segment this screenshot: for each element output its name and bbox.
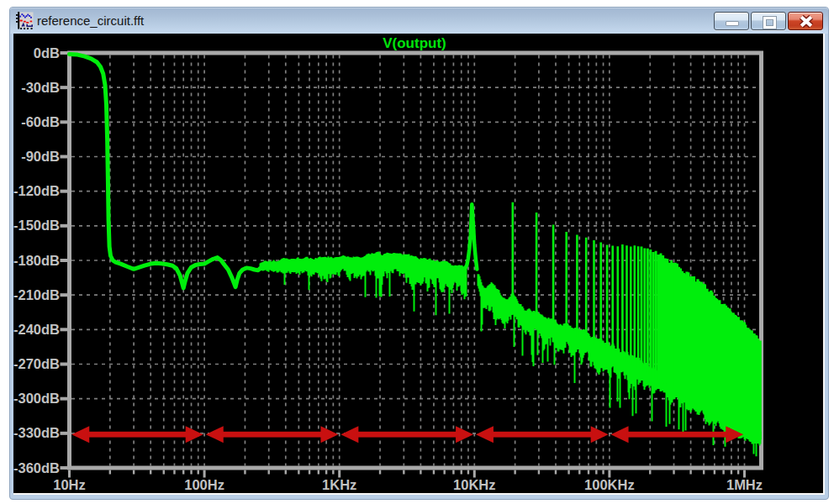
y-axis-label: -60dB [21,114,60,129]
title-bar[interactable]: reference_circuit.fft [10,8,828,34]
fft-plot[interactable]: 0dB-30dB-60dB-90dB-120dB-150dB-180dB-210… [13,34,823,493]
desktop: { "window": { "title": "reference_circui… [0,0,834,504]
y-axis-label: -90dB [21,149,60,164]
y-axis-label: -210dB [13,287,60,302]
maximize-button[interactable] [751,12,786,30]
arrow-shaft [87,432,187,438]
minimize-button[interactable] [714,12,749,30]
x-axis-label: 1KHz [322,477,356,492]
arrowhead-left-icon [206,426,224,443]
x-axis-label: 100Hz [184,477,224,492]
y-axis-label: -120dB [13,183,60,198]
y-axis-label: -240dB [13,322,60,337]
arrowhead-right-icon [320,426,338,443]
arrow-shaft [627,432,728,438]
y-axis-label: -150dB [13,218,60,233]
y-axis-label: -30dB [21,80,60,95]
y-axis-label: -180dB [13,253,60,268]
close-icon [799,15,814,28]
y-axis-label: 0dB [34,45,60,60]
arrowhead-left-icon [340,426,358,443]
y-axis-label: -330dB [13,425,60,440]
arrowhead-left-icon [71,426,89,443]
arrowhead-right-icon [456,426,473,443]
arrow-shaft [492,432,593,438]
arrowhead-left-icon [611,426,629,443]
decade-span-arrows [71,426,743,443]
window-title: reference_circuit.fft [37,13,144,28]
arrowhead-right-icon [591,426,609,443]
x-axis-label: 100KHz [584,477,635,492]
plot-client-area[interactable]: 0dB-30dB-60dB-90dB-120dB-150dB-180dB-210… [13,34,823,493]
y-axis-label: -300dB [13,391,60,406]
plot-title-trace-name[interactable]: V(output) [383,35,446,51]
minimize-icon [726,21,739,26]
x-axis-label: 1MHz [726,477,763,492]
arrow-shaft [222,432,323,438]
arrowhead-left-icon [476,426,494,443]
maximize-icon [763,17,776,29]
arrow-shaft [356,432,457,438]
ltspice-fft-window: reference_circuit.fft 0dB-30dB-60dB-90dB… [9,7,829,500]
arrowhead-right-icon [186,426,203,443]
fft-trace [70,54,761,456]
x-axis-label: 10KHz [453,477,495,492]
window-icon[interactable] [16,12,34,29]
y-axis-label: -360dB [13,460,60,475]
y-axis-label: -270dB [13,356,60,371]
close-button[interactable] [788,12,823,30]
client-edge: 0dB-30dB-60dB-90dB-120dB-150dB-180dB-210… [13,34,825,495]
x-axis-label: 10Hz [53,477,86,492]
